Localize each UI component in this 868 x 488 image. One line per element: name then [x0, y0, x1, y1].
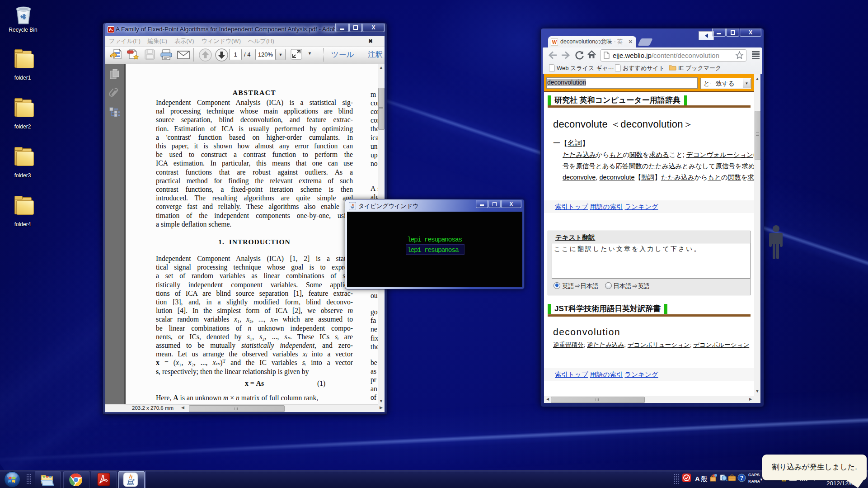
svg-text:?: ?	[740, 475, 743, 481]
